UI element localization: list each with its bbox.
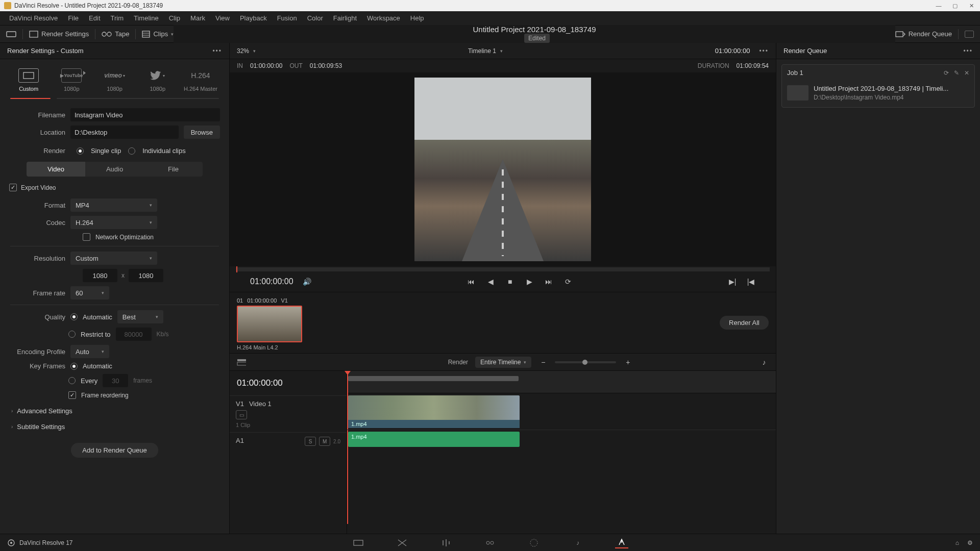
viewer-options-menu[interactable]: ••• — [759, 47, 769, 55]
quality-best-dropdown[interactable]: Best▾ — [117, 310, 163, 323]
menu-clip[interactable]: Clip — [164, 14, 185, 22]
go-first-button[interactable]: ⏮ — [467, 277, 476, 286]
fairlight-page-tab[interactable]: ♪ — [571, 537, 584, 548]
job-close-icon[interactable]: ✕ — [964, 69, 969, 77]
edit-page-tab[interactable] — [439, 537, 453, 548]
render-queue-options[interactable]: ••• — [963, 47, 973, 55]
individual-clips-radio[interactable] — [128, 147, 135, 155]
kf-auto-radio[interactable] — [70, 363, 78, 370]
fusion-page-tab[interactable] — [483, 537, 497, 548]
menu-file[interactable]: File — [63, 14, 84, 22]
timeline-timecode[interactable]: 01:00:00:00 — [230, 371, 347, 395]
preset-h264[interactable]: H.264 H.264 Master — [180, 65, 221, 95]
menu-color[interactable]: Color — [302, 14, 328, 22]
menu-fairlight[interactable]: Fairlight — [328, 14, 362, 22]
render-scope-dropdown[interactable]: Entire Timeline▾ — [475, 357, 531, 368]
render-settings-options[interactable]: ••• — [212, 47, 222, 55]
color-page-tab[interactable] — [527, 537, 541, 548]
menu-edit[interactable]: Edit — [84, 14, 105, 22]
a1-mute[interactable]: M — [319, 437, 330, 446]
menu-playback[interactable]: Playback — [235, 14, 272, 22]
viewer-timecode[interactable]: 01:00:00:00 — [715, 47, 750, 55]
cut-page-tab[interactable] — [396, 537, 409, 548]
render-settings-toggle[interactable]: Render Settings — [29, 30, 89, 38]
tape-toggle[interactable]: Tape — [102, 30, 129, 38]
fps-dropdown[interactable]: 60▾ — [70, 286, 109, 299]
audio-clip[interactable]: 1.mp4 — [348, 432, 520, 447]
preset-vimeo[interactable]: vimeo▾ 1080p — [94, 65, 135, 95]
v1-track-header[interactable]: V1Video 1 ▭ 1 Clip — [230, 395, 347, 432]
menu-trim[interactable]: Trim — [106, 14, 129, 22]
codec-dropdown[interactable]: H.264▾ — [70, 216, 157, 229]
deliver-page-icon[interactable] — [6, 30, 16, 38]
tab-file[interactable]: File — [144, 162, 203, 177]
clips-toggle[interactable]: Clips ▾ — [142, 30, 174, 38]
settings-gear-icon[interactable]: ⚙ — [967, 539, 973, 546]
single-clip-radio[interactable] — [77, 147, 84, 155]
menu-davinci[interactable]: DaVinci Resolve — [4, 14, 63, 22]
a1-solo[interactable]: S — [305, 437, 316, 446]
render-queue-toggle[interactable]: Render Queue — [895, 30, 952, 38]
job-edit-icon[interactable]: ✎ — [954, 69, 959, 77]
timeline-ruler[interactable] — [347, 371, 776, 393]
step-back-button[interactable]: ◀ — [486, 277, 495, 286]
tab-audio[interactable]: Audio — [85, 162, 144, 177]
a1-track-header[interactable]: A1 S M 2.0 — [230, 432, 347, 453]
home-icon[interactable]: ⌂ — [955, 539, 959, 546]
viewer-canvas[interactable] — [230, 72, 776, 266]
location-input[interactable] — [70, 126, 179, 139]
quality-auto-radio[interactable] — [70, 313, 78, 320]
prev-clip-button[interactable]: |◀ — [746, 277, 755, 286]
export-video-check[interactable] — [9, 184, 17, 191]
menu-fusion[interactable]: Fusion — [272, 14, 302, 22]
preset-custom[interactable]: Custom — [8, 65, 49, 95]
zoom-in-button[interactable]: + — [623, 358, 632, 367]
kf-every-radio[interactable] — [68, 377, 76, 384]
go-last-button[interactable]: ⏭ — [544, 277, 553, 286]
menu-timeline[interactable]: Timeline — [129, 14, 164, 22]
format-dropdown[interactable]: MP4▾ — [70, 198, 157, 212]
encoding-profile-dropdown[interactable]: Auto▾ — [70, 345, 109, 358]
res-width-input[interactable] — [83, 269, 117, 282]
browse-button[interactable]: Browse — [184, 126, 220, 139]
close-button[interactable]: ✕ — [967, 2, 976, 9]
tab-video[interactable]: Video — [27, 162, 85, 177]
preset-youtube[interactable]: ▶YouTube 1080p — [51, 65, 92, 95]
timeline-name[interactable]: Timeline 1 — [468, 47, 496, 55]
timeline-view-options[interactable] — [237, 358, 246, 367]
v1-lock[interactable]: ▭ — [236, 410, 247, 419]
next-clip-button[interactable]: ▶| — [728, 277, 737, 286]
subtitle-settings-expand[interactable]: ›Subtitle Settings — [6, 419, 223, 435]
volume-icon[interactable]: 🔊 — [303, 277, 312, 286]
render-job[interactable]: Job 1 ⟳ ✎ ✕ Untitled Project 2021-09-08_… — [781, 64, 975, 108]
zoom-slider[interactable] — [555, 361, 616, 363]
deliver-page-tab[interactable] — [615, 537, 628, 548]
menu-workspace[interactable]: Workspace — [362, 14, 405, 22]
restrict-radio[interactable] — [68, 331, 76, 338]
play-button[interactable]: ▶ — [525, 277, 534, 286]
media-page-tab[interactable] — [352, 537, 365, 548]
stop-button[interactable]: ■ — [505, 277, 514, 286]
advanced-settings-expand[interactable]: ›Advanced Settings — [6, 403, 223, 419]
res-height-input[interactable] — [129, 269, 163, 282]
transport-timecode[interactable]: 01:00:00:00 — [250, 277, 293, 286]
zoom-value[interactable]: 32% — [237, 47, 249, 55]
video-clip[interactable]: 1.mp4 — [348, 395, 520, 428]
menu-view[interactable]: View — [210, 14, 235, 22]
resolution-dropdown[interactable]: Custom▾ — [70, 252, 157, 265]
frame-reorder-check[interactable] — [68, 391, 76, 399]
preset-twitter[interactable]: ▾ 1080p — [137, 65, 178, 95]
loop-button[interactable]: ⟳ — [564, 277, 573, 286]
minimize-button[interactable]: — — [934, 2, 943, 9]
network-opt-check[interactable] — [83, 233, 90, 241]
filename-input[interactable] — [70, 108, 220, 121]
clip-thumbnail[interactable]: 01 01:00:00:00 V1 H.264 Main L4.2 — [237, 297, 302, 350]
scrub-bar[interactable] — [236, 267, 770, 271]
maximize-button[interactable]: ▢ — [950, 2, 960, 9]
menu-help[interactable]: Help — [405, 14, 429, 22]
audio-mixer-icon[interactable]: ♪ — [760, 358, 769, 367]
render-all-button-top[interactable]: Render All — [720, 316, 769, 330]
menu-mark[interactable]: Mark — [185, 14, 210, 22]
add-to-render-queue-button[interactable]: Add to Render Queue — [71, 443, 158, 458]
workspace-check[interactable] — [965, 31, 974, 38]
